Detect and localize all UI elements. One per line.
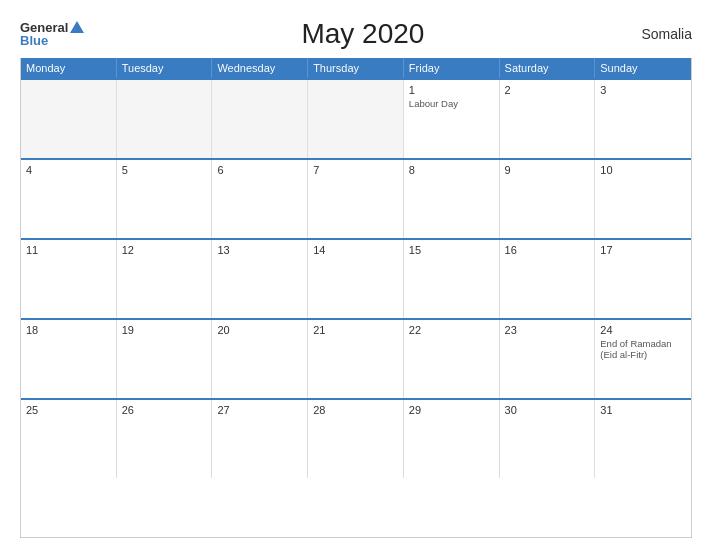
calendar-body: 1Labour Day23456789101112131415161718192… [21, 78, 691, 478]
logo-triangle-icon [70, 21, 84, 33]
day-number: 12 [122, 244, 207, 256]
day-number: 26 [122, 404, 207, 416]
calendar-cell [117, 80, 213, 158]
day-number: 25 [26, 404, 111, 416]
calendar-cell: 8 [404, 160, 500, 238]
country-label: Somalia [641, 26, 692, 42]
header: General Blue May 2020 Somalia [20, 18, 692, 50]
day-number: 30 [505, 404, 590, 416]
calendar-cell: 24End of Ramadan (Eid al-Fitr) [595, 320, 691, 398]
calendar-row: 11121314151617 [21, 238, 691, 318]
calendar-cell: 3 [595, 80, 691, 158]
day-number: 7 [313, 164, 398, 176]
calendar-cell: 10 [595, 160, 691, 238]
calendar-cell: 4 [21, 160, 117, 238]
day-number: 18 [26, 324, 111, 336]
weekday-header: Wednesday [212, 58, 308, 78]
day-number: 27 [217, 404, 302, 416]
weekday-header: Tuesday [117, 58, 213, 78]
day-number: 2 [505, 84, 590, 96]
day-number: 22 [409, 324, 494, 336]
calendar-cell: 9 [500, 160, 596, 238]
calendar-cell: 2 [500, 80, 596, 158]
weekday-header: Thursday [308, 58, 404, 78]
calendar-title: May 2020 [301, 18, 424, 50]
calendar-header: MondayTuesdayWednesdayThursdayFridaySatu… [21, 58, 691, 78]
calendar-cell: 6 [212, 160, 308, 238]
day-number: 10 [600, 164, 686, 176]
day-number: 17 [600, 244, 686, 256]
calendar-cell [212, 80, 308, 158]
calendar-cell: 17 [595, 240, 691, 318]
calendar-cell: 25 [21, 400, 117, 478]
calendar-cell: 21 [308, 320, 404, 398]
day-number: 13 [217, 244, 302, 256]
calendar-cell: 31 [595, 400, 691, 478]
calendar-cell: 20 [212, 320, 308, 398]
event-label: End of Ramadan (Eid al-Fitr) [600, 338, 686, 360]
calendar-page: General Blue May 2020 Somalia MondayTues… [0, 0, 712, 550]
calendar-cell: 16 [500, 240, 596, 318]
calendar-row: 1Labour Day23 [21, 78, 691, 158]
day-number: 28 [313, 404, 398, 416]
calendar-cell: 26 [117, 400, 213, 478]
calendar-cell: 5 [117, 160, 213, 238]
day-number: 21 [313, 324, 398, 336]
calendar-cell: 1Labour Day [404, 80, 500, 158]
day-number: 15 [409, 244, 494, 256]
event-label: Labour Day [409, 98, 494, 109]
day-number: 9 [505, 164, 590, 176]
day-number: 8 [409, 164, 494, 176]
calendar-cell [21, 80, 117, 158]
day-number: 5 [122, 164, 207, 176]
calendar-cell: 30 [500, 400, 596, 478]
day-number: 4 [26, 164, 111, 176]
logo: General Blue [20, 21, 84, 47]
weekday-header: Saturday [500, 58, 596, 78]
calendar-cell: 19 [117, 320, 213, 398]
day-number: 29 [409, 404, 494, 416]
calendar-row: 18192021222324End of Ramadan (Eid al-Fit… [21, 318, 691, 398]
day-number: 3 [600, 84, 686, 96]
calendar-row: 45678910 [21, 158, 691, 238]
calendar-cell: 14 [308, 240, 404, 318]
day-number: 11 [26, 244, 111, 256]
calendar-cell [308, 80, 404, 158]
day-number: 1 [409, 84, 494, 96]
day-number: 23 [505, 324, 590, 336]
day-number: 19 [122, 324, 207, 336]
day-number: 16 [505, 244, 590, 256]
weekday-header: Monday [21, 58, 117, 78]
calendar-grid: MondayTuesdayWednesdayThursdayFridaySatu… [20, 58, 692, 538]
day-number: 14 [313, 244, 398, 256]
calendar-cell: 12 [117, 240, 213, 318]
day-number: 6 [217, 164, 302, 176]
day-number: 31 [600, 404, 686, 416]
calendar-cell: 18 [21, 320, 117, 398]
weekday-header: Friday [404, 58, 500, 78]
calendar-cell: 23 [500, 320, 596, 398]
calendar-cell: 13 [212, 240, 308, 318]
day-number: 24 [600, 324, 686, 336]
calendar-cell: 7 [308, 160, 404, 238]
calendar-cell: 29 [404, 400, 500, 478]
calendar-cell: 15 [404, 240, 500, 318]
weekday-header: Sunday [595, 58, 691, 78]
calendar-cell: 28 [308, 400, 404, 478]
calendar-cell: 27 [212, 400, 308, 478]
logo-blue-text: Blue [20, 34, 84, 47]
day-number: 20 [217, 324, 302, 336]
calendar-cell: 22 [404, 320, 500, 398]
calendar-row: 25262728293031 [21, 398, 691, 478]
calendar-cell: 11 [21, 240, 117, 318]
